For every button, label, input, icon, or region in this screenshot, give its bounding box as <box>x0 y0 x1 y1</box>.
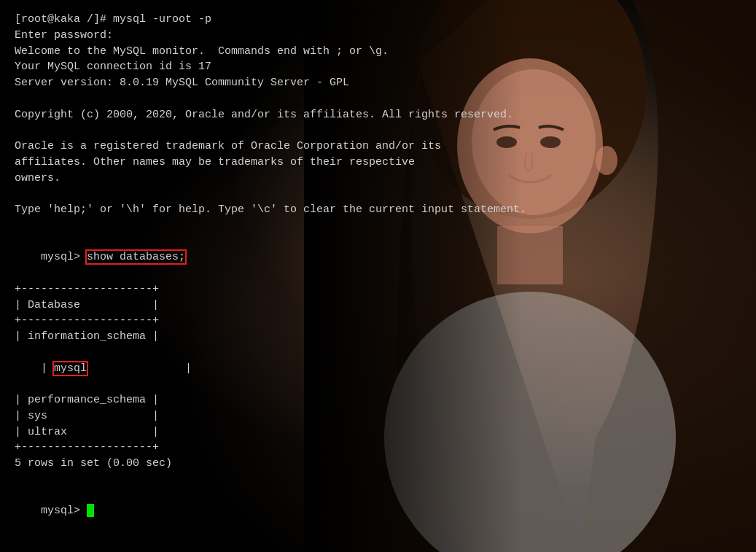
terminal-line <box>15 91 741 107</box>
row-suffix: | <box>87 362 192 375</box>
terminal-line <box>15 123 741 139</box>
cursor <box>87 504 94 517</box>
table-row-sys: | sys | <box>15 408 741 424</box>
table-row-ultrax: | ultrax | <box>15 424 741 440</box>
terminal-line: Your MySQL connection id is 17 <box>15 59 741 75</box>
terminal-line: Welcome to the MySQL monitor. Commands e… <box>15 44 741 60</box>
active-prompt-line: mysql> <box>15 488 741 535</box>
terminal-line <box>15 218 741 234</box>
result-count: 5 rows in set (0.00 sec) <box>15 456 741 472</box>
terminal-line: Server version: 8.0.19 MySQL Community S… <box>15 75 741 91</box>
mysql-db-highlight: mysql <box>54 362 87 375</box>
table-border: +--------------------+ <box>15 281 741 298</box>
table-border: +--------------------+ <box>15 313 741 329</box>
terminal-line: Oracle is a registered trademark of Orac… <box>15 139 741 155</box>
table-header: | Database | <box>15 298 741 314</box>
mysql-prompt-active: mysql> <box>41 505 87 517</box>
terminal-line: Type 'help;' or '\h' for help. Type '\c'… <box>15 202 741 218</box>
terminal-line: affiliates. Other names may be trademark… <box>15 155 741 171</box>
terminal-line: Enter password: <box>15 28 741 44</box>
terminal-line <box>15 186 741 202</box>
table-row-perf: | performance_schema | <box>15 392 741 408</box>
terminal-line: owners. <box>15 171 741 187</box>
terminal-line: Copyright (c) 2000, 2020, Oracle and/or … <box>15 107 741 123</box>
table-row-mysql: | mysql | <box>15 345 741 392</box>
command-line: mysql> show databases; <box>15 234 741 281</box>
mysql-prompt: mysql> <box>41 251 87 263</box>
command-highlight: show databases; <box>87 251 185 263</box>
terminal-line <box>15 472 741 488</box>
terminal-line: [root@kaka /]# mysql -uroot -p <box>15 12 741 28</box>
table-border-bottom: +--------------------+ <box>15 440 741 456</box>
table-row-info-schema: | information_schema | <box>15 329 741 345</box>
terminal: [root@kaka /]# mysql -uroot -p Enter pas… <box>0 0 756 552</box>
row-prefix: | <box>41 362 54 375</box>
